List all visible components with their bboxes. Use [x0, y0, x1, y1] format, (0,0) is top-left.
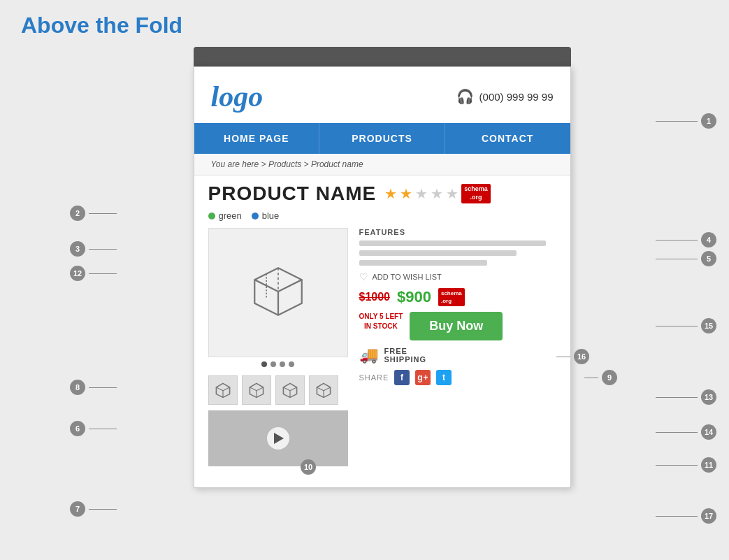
- feature-line-3: [359, 260, 487, 266]
- annotation-17: 17: [701, 508, 716, 524]
- wishlist-label: ADD TO WISH LIST: [373, 273, 442, 281]
- svg-line-12: [283, 387, 290, 391]
- schema-badge-price: schema.org: [438, 288, 465, 306]
- svg-line-13: [290, 387, 297, 391]
- annotation-3: 3: [70, 241, 85, 257]
- feature-line-1: [359, 240, 547, 246]
- nav-contact[interactable]: CONTACT: [445, 123, 570, 154]
- star-2: ★: [400, 185, 412, 202]
- thumb-4[interactable]: [309, 375, 338, 405]
- svg-line-5: [223, 387, 230, 391]
- swatch-blue-label: blue: [262, 210, 280, 221]
- main-image: [208, 228, 348, 357]
- price-row: $1000 $900 schema.org: [359, 288, 556, 306]
- stars-area: ★ ★ ★ ★ ★ schema.org: [384, 184, 491, 203]
- annotation-12: 12: [70, 266, 85, 281]
- product-info: FEATURES ♡ ADD TO WISH LIST $1000 $900: [359, 228, 556, 385]
- image-dots: [208, 357, 348, 371]
- thumb-3[interactable]: [275, 375, 305, 405]
- googleplus-icon[interactable]: g+: [415, 370, 431, 385]
- wishlist-row[interactable]: ♡ ADD TO WISH LIST: [359, 271, 556, 282]
- buy-now-button[interactable]: Buy Now: [410, 312, 503, 340]
- annotation-4: 4: [701, 232, 716, 247]
- headset-icon: 🎧: [456, 88, 474, 105]
- svg-line-9: [257, 387, 264, 391]
- buy-row: ONLY 5 LEFTIN STOCK Buy Now: [359, 312, 556, 340]
- star-5: ★: [446, 185, 459, 202]
- swatch-green[interactable]: green: [208, 210, 242, 221]
- dot-4[interactable]: [289, 361, 294, 367]
- annotation-5: 5: [701, 251, 716, 266]
- annotation-13: 13: [701, 389, 716, 405]
- product-main: FEATURES ♡ ADD TO WISH LIST $1000 $900: [208, 228, 556, 466]
- feature-line-2: [359, 250, 517, 256]
- star-4: ★: [431, 185, 443, 202]
- swatch-dot-green: [208, 213, 215, 220]
- color-row: green blue: [208, 210, 556, 221]
- product-gallery: [208, 228, 348, 466]
- share-label: SHARE: [359, 373, 389, 382]
- annotation-11: 11: [701, 457, 716, 473]
- swatch-green-label: green: [219, 210, 242, 221]
- svg-line-4: [216, 387, 223, 391]
- browser-chrome: [194, 47, 571, 66]
- dot-3[interactable]: [280, 361, 285, 367]
- dot-1[interactable]: [261, 361, 267, 367]
- video-box[interactable]: [208, 410, 348, 466]
- nav-home[interactable]: HOME PAGE: [194, 123, 320, 154]
- website-container: logo 🎧 (000) 999 99 99 HOME PAGE PRODUCT…: [194, 66, 571, 488]
- swatch-blue[interactable]: blue: [252, 210, 280, 221]
- thumbnail-row: [208, 375, 348, 405]
- play-triangle-icon: [274, 433, 284, 444]
- annotation-14: 14: [701, 424, 716, 440]
- dot-2[interactable]: [270, 361, 276, 367]
- share-row: SHARE f g+ t: [359, 370, 556, 385]
- heart-icon: ♡: [359, 271, 368, 282]
- product-title-row: PRODUCT NAME ★ ★ ★ ★ ★ schema.org: [208, 182, 556, 205]
- phone-number[interactable]: (000) 999 99 99: [479, 91, 554, 103]
- logo: logo: [211, 80, 264, 113]
- star-3: ★: [415, 185, 428, 202]
- phone-area: 🎧 (000) 999 99 99: [456, 88, 554, 105]
- stock-text: ONLY 5 LEFTIN STOCK: [359, 312, 403, 331]
- annotation-1: 1: [701, 113, 716, 129]
- thumb-1[interactable]: [208, 375, 238, 405]
- swatch-dot-blue: [252, 213, 259, 220]
- thumb-2[interactable]: [242, 375, 271, 405]
- svg-line-8: [250, 387, 257, 391]
- twitter-icon[interactable]: t: [436, 370, 452, 385]
- schema-badge-rating: schema.org: [461, 184, 491, 203]
- annotation-9: 9: [602, 370, 617, 385]
- page-title: Above the Fold: [0, 0, 729, 47]
- nav-products[interactable]: PRODUCTS: [319, 123, 445, 154]
- breadcrumb: You are here > Products > Product name: [194, 154, 570, 175]
- old-price: $1000: [359, 291, 391, 303]
- svg-line-17: [324, 387, 331, 391]
- annotation-16: 16: [574, 349, 589, 364]
- star-1: ★: [384, 185, 397, 202]
- annotation-2: 2: [70, 206, 85, 221]
- features-label: FEATURES: [359, 228, 556, 236]
- shipping-row: 🚚 FREESHIPPING: [359, 346, 556, 364]
- play-button[interactable]: [267, 427, 289, 450]
- truck-icon: 🚚: [359, 346, 379, 364]
- svg-line-16: [317, 387, 324, 391]
- facebook-icon[interactable]: f: [394, 370, 410, 385]
- annotation-6: 6: [70, 421, 85, 436]
- product-name: PRODUCT NAME: [208, 182, 377, 205]
- new-price: $900: [397, 288, 431, 306]
- box-svg: [247, 260, 310, 323]
- annotation-7: 7: [70, 501, 85, 517]
- annotation-8: 8: [70, 380, 85, 395]
- shipping-label: FREESHIPPING: [384, 347, 427, 364]
- annotation-15: 15: [701, 318, 716, 333]
- product-image-icon: [247, 260, 310, 326]
- site-header: logo 🎧 (000) 999 99 99: [194, 67, 570, 123]
- site-nav: HOME PAGE PRODUCTS CONTACT: [194, 123, 570, 154]
- product-area: PRODUCT NAME ★ ★ ★ ★ ★ schema.org: [194, 175, 570, 473]
